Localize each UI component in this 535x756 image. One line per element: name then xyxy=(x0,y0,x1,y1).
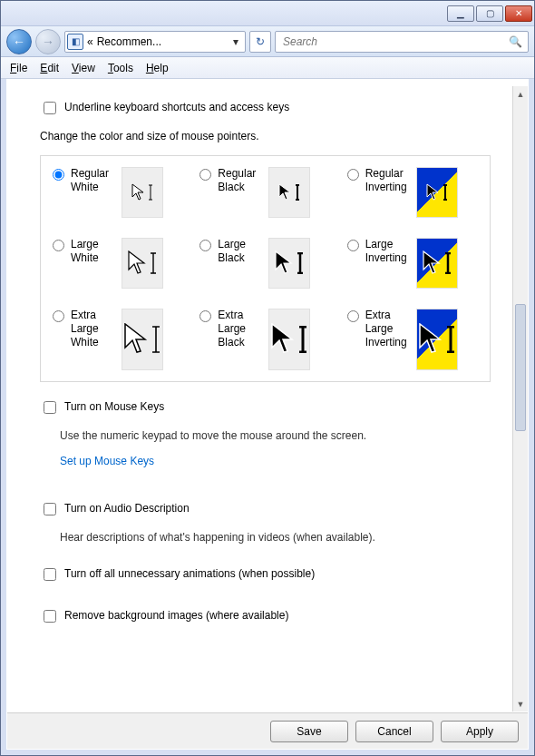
minimize-button[interactable]: ▁ xyxy=(447,5,474,22)
pointer-regular-black-label: Regular Black xyxy=(218,167,265,194)
menu-file[interactable]: File xyxy=(10,62,27,74)
remove-background-images-checkbox[interactable] xyxy=(44,610,56,623)
window-frame: ▁ ▢ ✕ ← → ◧ « Recommen... ▾ ↻ 🔍 File Edi… xyxy=(0,0,535,756)
pointer-large-inverting-preview xyxy=(416,238,458,289)
remove-background-images-label: Remove background images (where availabl… xyxy=(64,609,288,622)
pointer-xl-black-radio[interactable] xyxy=(199,310,211,322)
scroll-thumb[interactable] xyxy=(515,304,526,431)
button-bar: Save Cancel Apply xyxy=(7,712,528,749)
search-icon: 🔍 xyxy=(509,35,522,48)
pointer-large-inverting-label: Large Inverting xyxy=(365,238,413,265)
pointer-xl-black-preview xyxy=(268,309,310,370)
pointer-xl-white-radio[interactable] xyxy=(53,310,64,322)
refresh-button[interactable]: ↻ xyxy=(249,31,271,53)
menu-help[interactable]: Help xyxy=(146,62,169,74)
forward-button[interactable]: → xyxy=(35,29,61,54)
scroll-up-icon[interactable]: ▲ xyxy=(513,86,528,102)
pointer-xl-black-label: Extra Large Black xyxy=(218,309,265,349)
underline-keyboard-checkbox[interactable] xyxy=(44,102,56,114)
maximize-button[interactable]: ▢ xyxy=(476,5,503,22)
pointer-regular-black-radio[interactable] xyxy=(199,169,211,181)
pointer-regular-inverting-preview xyxy=(416,167,458,218)
pointer-regular-white-label: Regular White xyxy=(71,167,118,194)
apply-button[interactable]: Apply xyxy=(441,721,519,742)
menu-view[interactable]: View xyxy=(72,62,95,74)
cancel-button[interactable]: Cancel xyxy=(355,721,433,742)
pointer-large-inverting-radio[interactable] xyxy=(347,240,359,251)
pointer-regular-white-preview xyxy=(122,167,163,218)
save-button[interactable]: Save xyxy=(270,721,348,742)
scroll-down-icon[interactable]: ▼ xyxy=(513,696,528,712)
titlebar: ▁ ▢ ✕ xyxy=(1,1,534,26)
pointer-large-white-preview xyxy=(122,238,163,289)
pointer-large-black-label: Large Black xyxy=(218,238,265,265)
turn-off-animations-label: Turn off all unnecessary animations (whe… xyxy=(64,567,315,580)
pointer-regular-white-radio[interactable] xyxy=(53,169,64,181)
pointer-regular-inverting-label: Regular Inverting xyxy=(365,167,413,194)
audio-description-label: Turn on Audio Description xyxy=(64,502,190,515)
mouse-keys-label: Turn on Mouse Keys xyxy=(64,400,164,413)
pointer-xl-white-preview xyxy=(122,309,163,370)
breadcrumb-dropdown-icon[interactable]: ▾ xyxy=(229,35,243,48)
pointer-xl-white-label: Extra Large White xyxy=(71,309,118,349)
content-area: Underline keyboard shortcuts and access … xyxy=(7,86,512,712)
audio-description-description: Hear descriptions of what's happening in… xyxy=(60,531,491,544)
pointer-xl-inverting-preview xyxy=(416,309,458,370)
pointer-grid: Regular White Regular Black Regular Inve… xyxy=(40,155,491,382)
pointer-large-black-preview xyxy=(268,238,310,289)
nav-toolbar: ← → ◧ « Recommen... ▾ ↻ 🔍 xyxy=(1,26,534,57)
address-bar[interactable]: ◧ « Recommen... ▾ xyxy=(64,31,246,53)
pointer-section-heading: Change the color and size of mouse point… xyxy=(40,130,491,142)
search-input[interactable] xyxy=(281,34,509,49)
pointer-large-black-radio[interactable] xyxy=(199,240,211,251)
pointer-regular-black-preview xyxy=(268,167,310,218)
pointer-regular-inverting-radio[interactable] xyxy=(347,169,359,181)
menu-bar: File Edit View Tools Help xyxy=(1,57,534,79)
setup-mouse-keys-link[interactable]: Set up Mouse Keys xyxy=(60,455,154,467)
menu-tools[interactable]: Tools xyxy=(108,62,133,74)
back-button[interactable]: ← xyxy=(6,29,32,54)
pointer-xl-inverting-label: Extra Large Inverting xyxy=(365,309,413,349)
search-box[interactable]: 🔍 xyxy=(275,31,529,53)
breadcrumb-prefix: « xyxy=(87,35,93,48)
audio-description-checkbox[interactable] xyxy=(44,503,56,515)
mouse-keys-checkbox[interactable] xyxy=(44,401,56,414)
location-icon: ◧ xyxy=(67,34,83,50)
pointer-xl-inverting-radio[interactable] xyxy=(347,310,359,322)
mouse-keys-description: Use the numeric keypad to move the mouse… xyxy=(60,429,491,442)
pointer-large-white-label: Large White xyxy=(71,238,118,265)
breadcrumb-text: Recommen... xyxy=(97,35,225,48)
close-button[interactable]: ✕ xyxy=(505,5,532,22)
underline-keyboard-label: Underline keyboard shortcuts and access … xyxy=(64,101,289,113)
pointer-large-white-radio[interactable] xyxy=(53,240,64,251)
menu-edit[interactable]: Edit xyxy=(40,62,59,74)
turn-off-animations-checkbox[interactable] xyxy=(44,568,56,581)
vertical-scrollbar[interactable]: ▲ ▼ xyxy=(512,86,528,712)
